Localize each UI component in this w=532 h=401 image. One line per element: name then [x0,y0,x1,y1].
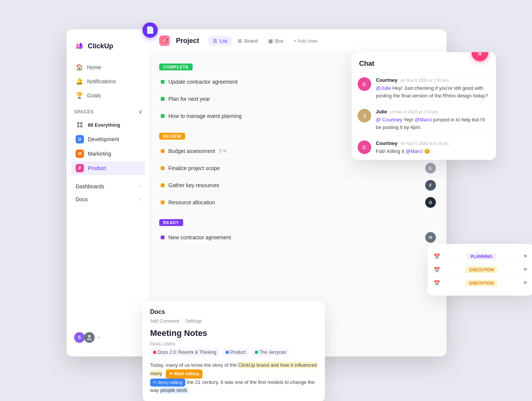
development-dot: D [76,135,84,143]
section-ready: READY New contractor agreement H [159,219,437,246]
docs-icon: 📄 [146,26,154,34]
add-view-label: + Add view [293,38,317,44]
sidebar-item-marketing[interactable]: M Marketing [71,147,145,161]
body-highlight-blue: people work. [160,387,188,393]
chat-meta-3: Courtney on Nov 5 2020 at 3:15 pm [376,140,490,146]
chat-content-3: Courtney on Nov 5 2020 at 3:15 pm Fab! K… [376,140,490,155]
task-name: New contractor agreement [168,234,231,240]
dot-complete [161,114,165,118]
sidebar-item-docs[interactable]: Docs › [71,193,145,205]
chat-panel: # Chat C Courtney on Nov 5 2020 at 1:50 … [352,52,496,160]
tab-box[interactable]: ▦ Box [264,36,288,46]
planning-badge: PLANNING [467,253,496,260]
table-row[interactable]: Finalize project scope E [159,160,437,177]
marketing-label: Marketing [88,151,111,157]
page-link-label-2: Product [230,350,246,355]
home-icon: 🏠 [76,64,83,71]
mark-editing-button[interactable]: ✏ Mark editing [166,369,203,379]
chat-time-1: on Nov 5 2020 at 1:50 pm [401,78,449,83]
list-icon: ☰ [213,38,217,44]
page-link-1[interactable]: Docs 2.0: Rework & Thinking [150,348,220,356]
svg-rect-5 [80,122,82,124]
ready-row-3: 📅 EXECUTION ⚑ [434,277,528,290]
chat-time-3: on Nov 5 2020 at 3:15 pm [401,141,449,146]
dot-ready [161,236,165,239]
chat-meta-1: Courtney on Nov 5 2020 at 1:50 pm [376,77,490,83]
task-name: Finalize project scope [168,165,220,171]
sidebar-item-everything[interactable]: 88 Everything [71,118,145,132]
spaces-header: Spaces ∨ [66,103,150,118]
table-row[interactable]: Resource allocation G [159,194,437,211]
dot-review [161,183,165,187]
hash-symbol: # [478,52,482,57]
logo-area[interactable]: ClickUp [66,37,150,60]
chat-content-2: Julie on Nov 5 2020 at 2:50 pm @ Courtne… [376,109,490,131]
chat-meta-2: Julie on Nov 5 2020 at 2:50 pm [376,109,490,115]
page-link-3[interactable]: The Jerrycan [252,348,289,356]
task-name: Budget assessment [168,148,215,154]
sidebar-item-home[interactable]: 🏠 Home [71,60,145,74]
marketing-dot: M [76,150,84,158]
tab-board[interactable]: ⊞ Board [233,36,262,46]
dot-complete [161,97,165,101]
dashboards-label: Dashboards [76,183,104,189]
calendar-icon-1: 📅 [434,253,440,259]
docs-floating-icon[interactable]: 📄 [142,22,158,38]
table-row[interactable]: Gather key resources F [159,177,437,194]
chat-avatar-courtney: C [358,77,371,91]
ready-label: READY [159,219,183,226]
page-link-2[interactable]: Product [223,348,249,356]
sidebar-item-dashboards[interactable]: Dashboards › [71,180,145,193]
task-left: Update contractor agreement [161,79,238,85]
notifications-label: Notifications [87,78,116,84]
task-badge: 3 ↻ [219,148,227,154]
goals-label: Goals [87,92,101,99]
flag-icon-3: ⚑ [523,280,528,286]
dot-review [161,166,165,170]
task-left: Resource allocation [161,199,215,205]
ready-row-1: 📅 PLANNING ⚑ [434,250,528,263]
execution-badge-1: EXECUTION [466,266,497,273]
mention-marci-2: @Marci [405,148,423,154]
spaces-label: Spaces [74,109,93,115]
development-label: Development [88,136,119,142]
badge-count: 3 [219,148,222,154]
board-icon: ⊞ [238,38,242,44]
chat-message-1: C Courtney on Nov 5 2020 at 1:50 pm @Jul… [352,72,496,104]
page-link-dot-1 [153,351,156,354]
jenny-editing-badge: ✏ Jenny editing [150,379,185,387]
mention-marci: @Marci [415,117,432,123]
ready-panel: 📅 PLANNING ⚑ 📅 EXECUTION ⚑ 📅 EXECUTION ⚑ [428,244,532,296]
task-avatar: G [425,197,436,208]
everything-count: 88 Everything [88,122,120,128]
settings-action[interactable]: Settings [185,318,202,324]
sidebar-nav: 🏠 Home 🔔 Notifications 🏆 Goals [66,60,150,103]
docs-panel-title: Docs [150,309,317,315]
add-comment-action[interactable]: Add Comment [150,318,179,324]
sidebar-item-development[interactable]: D Development [71,132,145,146]
tab-list[interactable]: ☰ List [208,36,232,46]
sidebar-item-goals[interactable]: 🏆 Goals [71,89,145,102]
task-left: Budget assessment 3 ↻ [161,148,227,154]
chat-user-1: Courtney [376,77,397,83]
sidebar-item-product[interactable]: P Product [71,161,145,175]
sidebar-footer: S ∨ [66,326,150,349]
list-label: List [220,38,227,44]
content-header: 🎯 Project ☰ List ⊞ Board ▦ Box [150,29,446,53]
project-icon: 🎯 [159,35,170,46]
table-row[interactable]: New contractor agreement H [159,229,437,246]
page-link-dot-3 [255,351,258,354]
user-menu-chevron[interactable]: ∨ [97,335,100,340]
app-name: ClickUp [88,42,113,50]
page-link-label-3: The Jerrycan [260,350,286,355]
execution-badge-2: EXECUTION [466,280,497,286]
sidebar-item-notifications[interactable]: 🔔 Notifications [71,75,145,88]
user-avatar-s[interactable]: S [74,332,85,343]
mention-courtney: @ Courtney [376,117,402,123]
add-view-button[interactable]: + Add view [290,36,321,46]
product-label: Product [88,165,106,171]
mark-editing-label: ✏ Mark editing [169,371,199,377]
bell-icon: 🔔 [76,78,83,85]
box-label: Box [275,38,283,44]
mention-julie: @Julie [376,85,391,91]
